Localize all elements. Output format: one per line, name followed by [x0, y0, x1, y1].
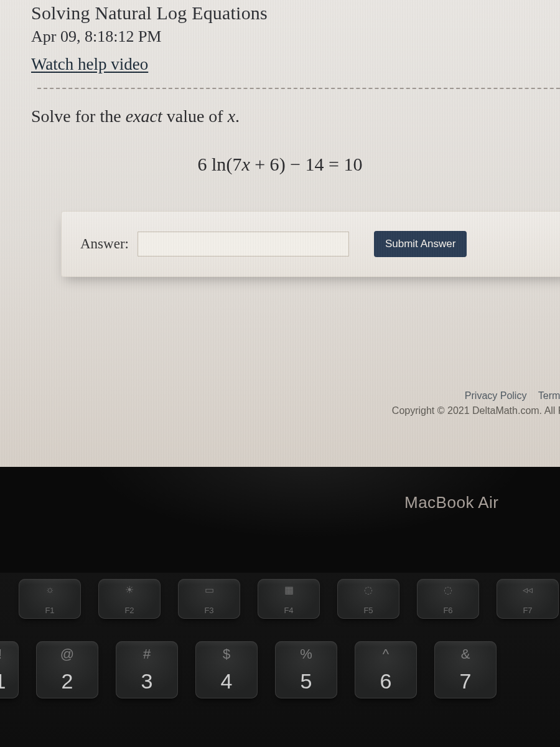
terms-of-service-link[interactable]: Terms of Service	[538, 390, 560, 401]
keyboard-light-down-icon: ◌	[337, 584, 399, 596]
key-f4[interactable]: ▦ F4	[258, 579, 320, 619]
key-upper: @	[36, 646, 98, 662]
key-lower: 6	[355, 669, 417, 693]
prompt-emphasis: exact	[126, 106, 162, 126]
laptop-model-label: MacBook Air	[404, 493, 498, 512]
key-f7[interactable]: ◃◃ F7	[497, 579, 559, 619]
eq-minus: − 14	[286, 154, 324, 174]
answer-label: Answer:	[80, 236, 129, 252]
key-upper: &	[434, 646, 497, 662]
key-4[interactable]: $ 4	[195, 641, 258, 698]
launchpad-icon: ▦	[258, 584, 320, 596]
key-lower: 7	[434, 669, 497, 693]
brightness-down-icon: ☼	[19, 584, 81, 595]
page-footer: Privacy Policy Terms of Service Copyrigh…	[392, 388, 560, 418]
privacy-policy-link[interactable]: Privacy Policy	[465, 390, 527, 401]
keyboard-light-up-icon: ◌	[417, 584, 479, 596]
key-lower: 1	[0, 669, 19, 693]
key-f6[interactable]: ◌ F6	[417, 579, 479, 619]
key-f5[interactable]: ◌ F5	[337, 579, 399, 619]
key-lower: 4	[195, 669, 258, 693]
key-f1[interactable]: ☼ F1	[19, 579, 81, 619]
eq-inside-plus: + 6	[250, 154, 279, 174]
submit-answer-button[interactable]: Submit Answer	[374, 231, 467, 257]
key-upper: %	[275, 646, 337, 662]
key-upper: !	[0, 646, 19, 662]
key-label: F6	[417, 606, 479, 615]
eq-equals: =	[324, 154, 344, 174]
section-divider	[37, 88, 560, 89]
laptop-bezel: MacBook Air	[0, 467, 560, 573]
key-6[interactable]: ^ 6	[355, 641, 417, 698]
key-label: F1	[19, 606, 81, 615]
eq-inside-coeff: 7	[232, 154, 241, 174]
laptop-keyboard: ☼ F1 ☀ F2 ▭ F3 ▦ F4 ◌ F5 ◌ F6 ◃◃ F7 !	[0, 573, 560, 747]
key-3[interactable]: # 3	[116, 641, 178, 698]
key-upper: $	[195, 646, 258, 662]
key-label: F4	[258, 606, 320, 615]
problem-prompt: Solve for the exact value of x.	[31, 106, 560, 126]
key-label: F3	[178, 606, 240, 615]
key-lower: 3	[116, 669, 178, 693]
prompt-text-post: value of	[162, 106, 228, 126]
app-screen: Solving Natural Log Equations Apr 09, 8:…	[0, 0, 560, 467]
eq-inside-var: x	[241, 154, 250, 174]
key-5[interactable]: % 5	[275, 641, 337, 698]
eq-lhs-coeff: 6	[198, 154, 207, 174]
prompt-end: .	[235, 106, 240, 126]
key-1[interactable]: ! 1	[0, 641, 19, 698]
key-lower: 5	[275, 669, 337, 693]
key-upper: #	[116, 646, 178, 662]
key-label: F5	[337, 606, 399, 615]
key-f2[interactable]: ☀ F2	[98, 579, 161, 619]
answer-input[interactable]	[138, 232, 349, 256]
copyright-text: Copyright © 2021 DeltaMath.com. All Righ…	[392, 403, 560, 418]
key-2[interactable]: @ 2	[36, 641, 98, 698]
key-lower: 2	[36, 669, 98, 693]
keyboard-number-row: ! 1 @ 2 # 3 $ 4 % 5 ^ 6 & 7	[0, 641, 497, 698]
watch-help-video-link[interactable]: Watch help video	[31, 55, 148, 74]
key-f3[interactable]: ▭ F3	[178, 579, 240, 619]
rewind-icon: ◃◃	[497, 584, 559, 596]
keyboard-fn-row: ☼ F1 ☀ F2 ▭ F3 ▦ F4 ◌ F5 ◌ F6 ◃◃ F7	[19, 579, 559, 619]
key-upper: ^	[355, 646, 417, 662]
prompt-variable: x	[228, 106, 235, 126]
eq-fn: ln	[212, 154, 226, 174]
answer-card: Answer: Submit Answer	[61, 211, 560, 277]
problem-equation: 6 ln(7x + 6) − 14 = 10	[31, 154, 529, 175]
key-label: F7	[497, 606, 559, 615]
page-timestamp: Apr 09, 8:18:12 PM	[31, 27, 560, 46]
page-title: Solving Natural Log Equations	[31, 0, 560, 24]
mission-control-icon: ▭	[178, 584, 240, 596]
key-label: F2	[98, 606, 161, 615]
key-7[interactable]: & 7	[434, 641, 497, 698]
eq-rhs: 10	[343, 154, 362, 174]
brightness-up-icon: ☀	[98, 584, 161, 596]
prompt-text-pre: Solve for the	[31, 106, 126, 126]
